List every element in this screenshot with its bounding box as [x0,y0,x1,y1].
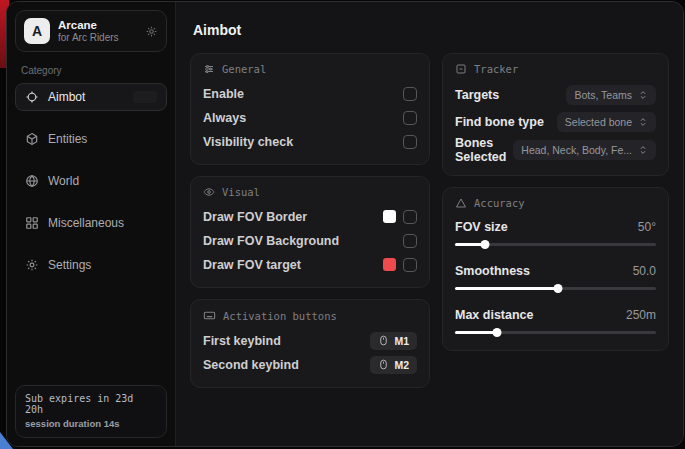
session-duration-text: session duration 14s [25,418,157,429]
triangle-icon [455,197,467,209]
sidebar-item-label: World [48,174,79,188]
accuracy-card: Accuracy FOV size 50° [442,187,669,351]
unfold-icon [638,145,648,155]
setting-row-targets: Targets Bots, Teams [455,82,656,108]
brand-card: A Arcane for Arc Riders [15,10,167,52]
sliders-icon [203,63,215,75]
fov-target-checkbox[interactable] [403,258,417,272]
setting-row-fov-border: Draw FOV Border [203,205,417,228]
brand-subtitle: for Arc Riders [58,32,119,44]
sidebar-item-label: Aimbot [48,90,85,104]
sidebar-item-label: Miscellaneous [48,216,124,230]
slider-thumb[interactable] [481,240,490,249]
eye-icon [203,186,215,198]
setting-label: Enable [203,87,244,101]
setting-label: Max distance [455,308,534,322]
mouse-icon [378,335,389,346]
slider-row-fov-size: FOV size 50° [455,216,656,249]
smoothness-slider[interactable] [455,283,656,293]
dropdown-value: Selected bone [565,116,632,128]
dropdown-value: Head, Neck, Body, Fe... [521,144,632,156]
setting-label: Second keybind [203,358,299,372]
keybind-value: M2 [394,359,409,371]
slider-row-smoothness: Smoothness 50.0 [455,260,656,293]
fov-border-checkbox[interactable] [403,210,417,224]
setting-label: Draw FOV Background [203,234,339,248]
setting-label: Draw FOV Border [203,210,307,224]
fov-background-checkbox[interactable] [403,234,417,248]
setting-label: First keybind [203,334,281,348]
slider-thumb[interactable] [553,284,562,293]
gear-icon [25,258,39,272]
dropdown-value: Bots, Teams [574,89,632,101]
sidebar-item-label: Entities [48,132,87,146]
setting-row-find-bone-type: Find bone type Selected bone [455,109,656,135]
setting-row-bones-selected: Bones Selected Head, Neck, Body, Fe... [455,136,656,164]
keyboard-icon [203,309,216,322]
cube-icon [25,132,39,146]
keybind-hint-chip [133,91,157,103]
slider-value: 250m [626,308,656,322]
second-keybind-button[interactable]: M2 [370,356,417,374]
page-title: Aimbot [193,22,669,38]
keybind-value: M1 [394,335,409,347]
activation-card: Activation buttons First keybind M1 [190,299,430,388]
scan-icon [455,63,467,75]
first-keybind-button[interactable]: M1 [370,332,417,350]
setting-label: Targets [455,88,499,102]
tracker-card: Tracker Targets Bots, Teams [442,53,669,176]
sub-expires-text: Sub expires in 23d 20h [25,393,157,415]
sidebar: A Arcane for Arc Riders Category [7,2,176,446]
subscription-info: Sub expires in 23d 20h session duration … [15,385,167,438]
setting-row-enable: Enable [203,82,417,105]
slider-thumb[interactable] [493,328,502,337]
card-header-label: General [222,63,266,75]
card-header-label: Visual [222,186,260,198]
always-checkbox[interactable] [403,111,417,125]
setting-label: Find bone type [455,115,544,129]
general-card: General Enable Always Visibility check [190,53,430,165]
sidebar-item-world[interactable]: World [15,167,167,195]
bone-type-dropdown[interactable]: Selected bone [557,112,656,132]
brand-logo: A [24,18,50,44]
card-header-label: Tracker [474,63,518,75]
color-swatch-white[interactable] [383,210,396,223]
sidebar-item-settings[interactable]: Settings [15,251,167,279]
targets-dropdown[interactable]: Bots, Teams [566,85,656,105]
grid-icon [25,216,39,230]
setting-row-fov-background: Draw FOV Background [203,229,417,252]
setting-label: Bones Selected [455,136,513,164]
slider-row-max-distance: Max distance 250m [455,304,656,337]
sidebar-item-aimbot[interactable]: Aimbot [15,83,167,111]
sidebar-item-miscellaneous[interactable]: Miscellaneous [15,209,167,237]
main-content: Aimbot General Enable [176,2,683,446]
category-label: Category [21,65,161,76]
mouse-icon [378,359,389,370]
setting-row-second-keybind: Second keybind M2 [203,353,417,376]
globe-icon [25,174,39,188]
setting-row-visibility-check: Visibility check [203,130,417,153]
setting-row-first-keybind: First keybind M1 [203,329,417,352]
unfold-icon [638,90,648,100]
enable-checkbox[interactable] [403,87,417,101]
visibility-check-checkbox[interactable] [403,135,417,149]
setting-label: FOV size [455,220,508,234]
setting-label: Visibility check [203,135,293,149]
sidebar-item-entities[interactable]: Entities [15,125,167,153]
setting-row-always: Always [203,106,417,129]
unfold-icon [638,117,648,127]
sidebar-nav: Aimbot Entities World [15,83,167,279]
setting-label: Smoothness [455,264,530,278]
color-swatch-red[interactable] [383,258,396,271]
card-header-label: Activation buttons [223,310,337,322]
crosshair-icon [25,90,39,104]
sidebar-item-label: Settings [48,258,91,272]
setting-row-fov-target: Draw FOV target [203,253,417,276]
brand-name: Arcane [58,19,119,32]
sync-icon[interactable] [145,25,158,38]
fov-size-slider[interactable] [455,239,656,249]
bones-selected-dropdown[interactable]: Head, Neck, Body, Fe... [513,140,656,160]
setting-label: Draw FOV target [203,258,301,272]
max-distance-slider[interactable] [455,327,656,337]
setting-label: Always [203,111,246,125]
